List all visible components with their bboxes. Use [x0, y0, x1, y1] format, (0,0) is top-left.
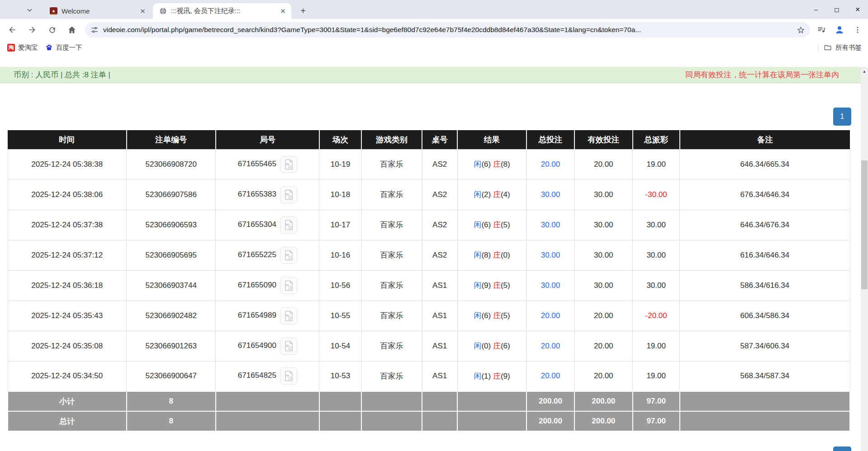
cell-payout: -20.00 [633, 301, 680, 331]
cell-total-bet: 30.00 [526, 179, 574, 210]
cell-time: 2025-12-24 05:37:38 [8, 210, 127, 240]
cell-game-type: 百家乐 [361, 179, 422, 210]
cell-time: 2025-12-24 05:34:50 [8, 361, 127, 391]
cell-table-no: AS1 [422, 361, 457, 391]
profile-avatar-icon [834, 24, 845, 35]
cell-total-bet: 30.00 [526, 270, 574, 301]
tab-bet-record[interactable]: :::视讯, 会员下注纪录::: ✕ [153, 3, 291, 19]
table-row: 2025-12-24 05:38:06523066907586671655383… [8, 179, 850, 210]
scrollbar-thumb[interactable] [861, 160, 868, 289]
forward-button[interactable] [24, 22, 40, 38]
maximize-button[interactable]: ◻ [826, 0, 847, 19]
back-button[interactable] [5, 22, 20, 38]
cell-time: 2025-12-24 05:38:38 [8, 149, 127, 179]
divider [818, 43, 818, 52]
cell-round-id: 671655304 [216, 210, 319, 240]
bookmark-star-button[interactable] [794, 23, 807, 37]
column-header: 总派彩 [633, 130, 680, 149]
address-bar[interactable]: videoie.com/ipl/portal.php/game/betrecor… [85, 22, 810, 38]
cell-table-no: AS2 [422, 240, 457, 270]
bookmark-baidu[interactable]: 百度一下 [45, 43, 82, 52]
cell-result: 闲(8) 庄(0) [457, 240, 526, 270]
video-replay-icon[interactable] [280, 247, 297, 264]
baidu-paw-icon [45, 44, 53, 52]
cell-round-id: 671654989 [216, 301, 319, 331]
scrollbar-up-arrow-icon[interactable]: ▲ [861, 68, 868, 75]
reload-button[interactable] [44, 22, 60, 38]
total-bet-link[interactable]: 20.00 [541, 342, 560, 350]
total-bet-link[interactable]: 30.00 [541, 221, 560, 229]
minimize-button[interactable]: – [806, 0, 826, 19]
all-bookmarks-button[interactable]: 所有书签 [818, 43, 868, 52]
new-tab-button[interactable]: + [297, 5, 309, 17]
video-replay-icon[interactable] [280, 367, 297, 385]
tab-search-button[interactable] [23, 4, 36, 16]
total-bet-link[interactable]: 30.00 [541, 281, 560, 290]
cell-valid-bet: 20.00 [574, 301, 632, 331]
cell-round-id: 671654825 [216, 361, 319, 391]
film-file-icon [282, 370, 295, 382]
table-row: 2025-12-24 05:37:12523066905695671655225… [8, 240, 850, 270]
summary-payout: 97.00 [633, 411, 680, 431]
total-bet-link[interactable]: 30.00 [541, 190, 560, 199]
cell-valid-bet: 20.00 [574, 361, 632, 391]
cell-game-type: 百家乐 [361, 270, 422, 301]
video-replay-icon[interactable] [280, 307, 297, 324]
cell-time: 2025-12-24 05:37:12 [8, 240, 127, 270]
film-file-icon [282, 219, 295, 231]
forward-arrow-icon [28, 25, 37, 34]
bookmark-taobao[interactable]: 淘 爱淘宝 [7, 43, 38, 52]
video-replay-icon[interactable] [280, 277, 297, 294]
cell-table-no: AS1 [422, 270, 457, 301]
pagination-button-bottom[interactable]: 1 [833, 446, 851, 451]
total-bet-link[interactable]: 30.00 [541, 251, 560, 259]
back-arrow-icon [8, 25, 17, 34]
cell-result: 闲(2) 庄(4) [457, 179, 526, 210]
close-window-button[interactable]: ✕ [847, 0, 868, 19]
column-header: 总投注 [526, 130, 574, 149]
total-bet-link[interactable]: 20.00 [541, 311, 560, 320]
cell-game-type: 百家乐 [361, 331, 422, 361]
total-bet-link[interactable]: 20.00 [541, 371, 560, 380]
summary-row: 小计8200.00200.0097.00 [8, 391, 850, 411]
site-settings-icon[interactable] [90, 26, 99, 34]
tab-close-icon[interactable]: ✕ [139, 7, 147, 15]
cell-total-bet: 30.00 [526, 240, 574, 270]
page-scrollbar[interactable]: ▲ [861, 67, 868, 451]
cell-total-bet: 20.00 [526, 331, 574, 361]
film-file-icon [282, 158, 295, 171]
video-replay-icon[interactable] [280, 338, 297, 355]
tab-close-icon[interactable]: ✕ [279, 7, 287, 15]
cell-bet-id: 523066907586 [127, 179, 216, 210]
taobao-icon: 淘 [7, 44, 15, 52]
column-header: 场次 [319, 130, 361, 149]
video-replay-icon[interactable] [280, 156, 297, 173]
film-file-icon [282, 279, 295, 292]
cell-round-id: 671655090 [216, 270, 319, 301]
browser-menu-button[interactable] [850, 22, 865, 38]
video-replay-icon[interactable] [280, 216, 297, 234]
total-bet-link[interactable]: 20.00 [541, 160, 560, 169]
cell-session: 10-16 [319, 240, 361, 270]
tab-welcome[interactable]: ♠ Welcome ✕ [43, 3, 151, 19]
column-header: 桌号 [422, 130, 457, 149]
media-controls-button[interactable] [814, 22, 829, 38]
cell-result: 闲(1) 庄(9) [457, 361, 526, 391]
column-header: 注单编号 [127, 130, 216, 149]
home-button[interactable] [64, 22, 80, 38]
cell-payout: 19.00 [633, 331, 680, 361]
tab-title: :::视讯, 会员下注纪录::: [171, 7, 275, 15]
cell-result: 闲(9) 庄(5) [457, 270, 526, 301]
cell-total-bet: 30.00 [526, 210, 574, 240]
table-row: 2025-12-24 05:36:18523066903744671655090… [8, 270, 850, 301]
browser-titlebar: ♠ Welcome ✕ :::视讯, 会员下注纪录::: ✕ + – ◻ ✕ [0, 0, 868, 19]
url-text[interactable]: videoie.com/ipl/portal.php/game/betrecor… [103, 26, 794, 34]
pagination-button-top[interactable]: 1 [833, 108, 851, 126]
cell-result: 闲(0) 庄(6) [457, 331, 526, 361]
summary-valid-bet: 200.00 [574, 391, 632, 411]
column-header: 有效投注 [574, 130, 632, 149]
cell-session: 10-18 [319, 179, 361, 210]
bookmarks-bar: 淘 爱淘宝 百度一下 所有书签 [0, 41, 868, 54]
profile-button[interactable] [832, 22, 847, 38]
video-replay-icon[interactable] [280, 186, 297, 203]
